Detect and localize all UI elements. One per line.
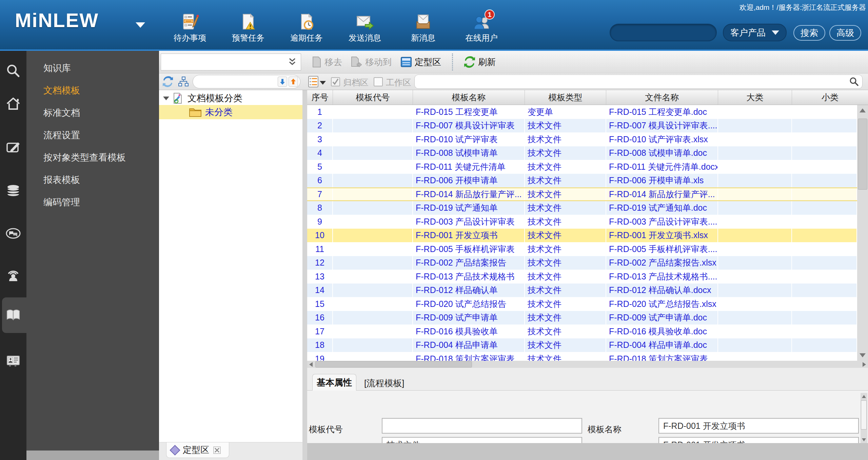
table-horizontal-scrollbar[interactable] [307,361,868,368]
tree-root-node[interactable]: 文档模板分类 [159,91,302,105]
locate-up-button[interactable] [289,77,298,87]
close-icon[interactable] [213,446,221,454]
welcome-server-text: 欢迎,adm！/服务器:浙江名流正式服务器 [739,3,866,12]
cell-major [718,146,792,160]
refresh-button[interactable]: 刷新 [464,56,496,68]
locate-down-button[interactable] [278,77,287,87]
scroll-down-button[interactable] [857,350,868,361]
cell-minor [792,132,857,146]
table-row[interactable]: 9 F-RD-003 产品设计评审表 技术文件 F-RD-003 产品设计评审表… [307,215,857,229]
org-tree-icon[interactable] [178,76,189,87]
cell-name: F-RD-010 试产评审表 [413,132,525,146]
column-header-minor[interactable]: 小类 [792,90,868,105]
search-icon[interactable] [6,64,21,79]
scroll-up-button[interactable] [857,105,868,116]
sidebar-item-report-templates[interactable]: 报表模板 [26,169,159,191]
fixed-zone-tab[interactable]: 定型区 [166,442,229,458]
table-vertical-scrollbar[interactable] [857,105,868,361]
tree-expand-caret-icon[interactable] [163,97,169,100]
work-zone-checkbox[interactable] [374,77,383,86]
table-row[interactable]: 1 F-RD-015 工程变更单 变更单 F-RD-015 工程变更单.doc [307,105,857,119]
table-row[interactable]: 11 F-RD-005 手板样机评审表 技术文件 F-RD-005 手板样机评审… [307,242,857,256]
book-icon[interactable] [6,308,21,322]
table-row[interactable]: 5 F-RD-011 关键元件清单 技术文件 F-RD-011 关键元件清单.d… [307,160,857,174]
column-header-name[interactable]: 模板名称 [413,90,525,105]
online-users-button[interactable]: 1 在线用户 [460,13,502,43]
table-filter-input[interactable] [418,76,849,87]
overdue-tasks-button[interactable]: 逾期任务 [285,13,328,43]
scroll-up-button[interactable] [861,393,867,400]
search-icon[interactable] [849,77,859,87]
column-header-seq[interactable]: 序号 [307,90,333,105]
remove-button[interactable]: 移去 [312,56,342,68]
detail-vertical-scrollbar[interactable] [861,393,867,443]
view-mode-caret-icon[interactable] [320,81,326,85]
scrollbar-thumb[interactable] [858,119,867,190]
tab-basic-properties[interactable]: 基本属性 [312,374,356,391]
column-header-code[interactable]: 模板代号 [333,90,413,105]
chat-icon[interactable] [6,226,21,241]
search-category-dropdown[interactable]: 客户产品 [723,24,787,41]
cell-type: 技术文件 [525,132,606,146]
table-row[interactable]: 15 F-RD-020 试产总结报告 技术文件 F-RD-020 试产总结报告.… [307,297,857,311]
scroll-down-button[interactable] [861,436,867,443]
sidebar-item-knowledge-base[interactable]: 知识库 [26,57,159,79]
table-row[interactable]: 7 F-RD-014 新品放行量产评... 技术文件 F-RD-014 新品放行… [307,187,857,201]
warning-doc-icon [239,13,257,31]
table-row[interactable]: 17 F-RD-016 模具验收单 技术文件 F-RD-016 模具验收单.do… [307,325,857,338]
tab-flow-template[interactable]: [流程模板] [364,377,404,389]
sync-tree-icon[interactable] [162,76,173,87]
table-row[interactable]: 18 F-RD-004 样品申请单 技术文件 F-RD-004 样品申请单.do… [307,338,857,352]
category-filter-combobox[interactable] [161,54,301,70]
tree-node-unclassified[interactable]: 未分类 [159,105,302,119]
advanced-search-button[interactable]: 高级 [829,25,861,41]
template-code-input[interactable] [382,418,582,434]
table-row[interactable]: 16 F-RD-009 试产申请单 技术文件 F-RD-009 试产申请单.do… [307,311,857,325]
todo-items-button[interactable]: 待办事项 [169,13,211,43]
edit-icon[interactable] [6,140,21,155]
global-search-input[interactable] [610,24,717,41]
template-type-input[interactable] [382,437,582,443]
table-row[interactable]: 12 F-RD-002 产品结案报告 技术文件 F-RD-002 产品结案报告.… [307,256,857,270]
send-message-button[interactable]: 发送消息 [344,13,386,43]
table-row[interactable]: 13 F-RD-013 产品技术规格书 技术文件 F-RD-013 产品技术规格… [307,270,857,284]
sidebar-item-document-templates[interactable]: 文档模板 [26,79,159,102]
column-header-major[interactable]: 大类 [718,90,792,105]
tree-search-input[interactable] [195,77,276,87]
table-row[interactable]: 6 F-RD-006 开模申请单 技术文件 F-RD-006 开模申请单.xls [307,174,857,188]
home-icon[interactable] [6,96,21,111]
scrollbar-thumb[interactable] [861,400,867,430]
logo-dropdown-caret-icon[interactable] [136,22,145,28]
scroll-right-button[interactable] [861,361,868,368]
contact-card-icon[interactable] [6,353,21,368]
warning-tasks-button[interactable]: 预警任务 [227,13,269,43]
panel-divider[interactable] [302,90,307,460]
view-mode-icon[interactable] [308,76,319,87]
column-header-type[interactable]: 模板类型 [525,90,606,105]
table-row[interactable]: 14 F-RD-012 样品确认单 技术文件 F-RD-012 样品确认单.do… [307,284,857,297]
new-message-button[interactable]: 新消息 [402,13,444,43]
table-row[interactable]: 19 F-RD-018 策划方案评审表 技术文件 F-RD-018 策划方案评审… [307,352,857,361]
sidebar-item-templates-by-object-type[interactable]: 按对象类型查看模板 [26,146,159,169]
archive-zone-checkbox[interactable] [331,77,340,86]
template-name-input[interactable] [658,418,859,434]
fixed-zone-button[interactable]: 定型区 [400,56,441,68]
broadcast-user-icon[interactable] [6,268,21,283]
table-row[interactable]: 2 F-RD-007 模具设计评审表 技术文件 F-RD-007 模具设计评审表… [307,119,857,133]
sidebar-item-code-management[interactable]: 编码管理 [26,191,159,213]
todo-list-icon [181,13,199,31]
table-row[interactable]: 4 F-RD-008 试模申请单 技术文件 F-RD-008 试模申请单.doc [307,146,857,160]
column-header-file[interactable]: 文件名称 [606,90,718,105]
table-row[interactable]: 3 F-RD-010 试产评审表 技术文件 F-RD-010 试产评审表.xls… [307,132,857,146]
table-row[interactable]: 8 F-RD-019 试产通知单 技术文件 F-RD-019 试产通知单.doc [307,201,857,215]
online-users-icon: 1 [472,13,491,31]
sidebar-item-process-settings[interactable]: 流程设置 [26,124,159,146]
file-name-input[interactable] [658,437,859,443]
sidebar-item-standard-documents[interactable]: 标准文档 [26,102,159,124]
scrollbar-thumb[interactable] [315,361,472,368]
scroll-left-button[interactable] [307,361,315,368]
table-row[interactable]: 10 F-RD-001 开发立项书 技术文件 F-RD-001 开发立项书.xl… [307,229,857,243]
search-button[interactable]: 搜索 [793,25,825,41]
move-to-button[interactable]: 移动到 [351,56,392,68]
database-icon[interactable] [6,184,21,199]
